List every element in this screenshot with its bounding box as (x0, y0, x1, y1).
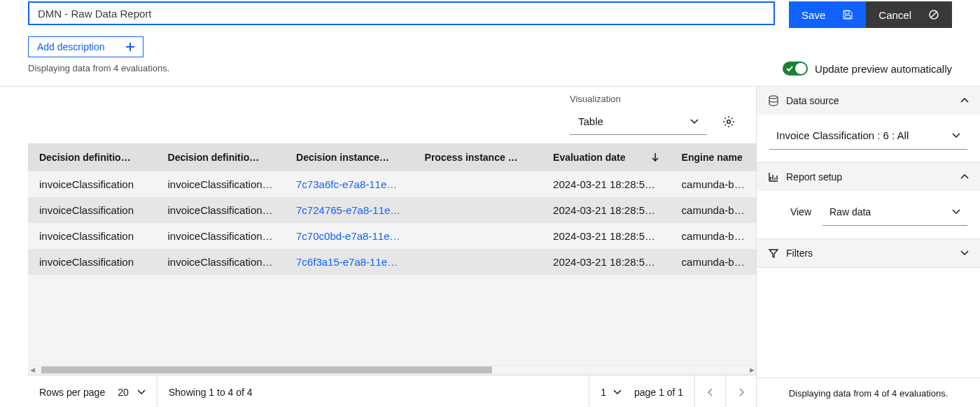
table-cell (414, 223, 542, 249)
scroll-left-icon: ◀ (29, 366, 36, 373)
table-cell (414, 249, 542, 275)
filters-title: Filters (786, 248, 813, 259)
save-button[interactable]: Save (789, 1, 866, 28)
add-description-button[interactable]: Add description (28, 36, 144, 57)
table-cell: camunda-bpm (671, 249, 756, 275)
cancel-label: Cancel (878, 9, 911, 21)
next-page-button[interactable] (725, 376, 756, 407)
visualization-value: Table (578, 115, 603, 127)
visualization-settings-button[interactable] (715, 108, 742, 135)
gear-icon (722, 115, 735, 128)
report-setup-title: Report setup (786, 171, 842, 183)
decision-instance-link[interactable]: 7c70c0bd-e7a8-11e… (285, 223, 414, 249)
table-cell: invoiceClassification (28, 223, 157, 249)
col-decision-def-id[interactable]: Decision definitio… (157, 143, 286, 171)
chevron-up-icon (960, 98, 969, 103)
col-evaluation-date[interactable]: Evaluation date (542, 143, 671, 171)
sort-desc-icon (651, 152, 659, 162)
chevron-down-icon (960, 250, 969, 256)
auto-preview-label: Update preview automatically (815, 63, 952, 75)
svg-point-3 (769, 96, 778, 99)
chevron-down-icon (952, 209, 960, 215)
table-cell (414, 171, 542, 197)
view-value: Raw data (830, 206, 871, 217)
visualization-label: Visualization (570, 94, 707, 104)
table-cell: invoiceClassification:… (157, 171, 286, 197)
table-cell: camunda-bpm (671, 171, 756, 197)
right-panel-footer: Displaying data from 4 of 4 evaluations. (757, 378, 980, 407)
table-cell: 2024-03-21 18:28:5… (542, 171, 671, 197)
raw-data-table: Decision definitio… Decision definitio… … (28, 143, 756, 275)
rows-per-page-label: Rows per page (39, 387, 105, 398)
scroll-thumb[interactable] (41, 366, 492, 373)
data-source-value: Invoice Classification : 6 : All (776, 129, 909, 141)
svg-point-2 (727, 120, 731, 124)
col-decision-def-key[interactable]: Decision definitio… (28, 143, 157, 171)
table-row: invoiceClassificationinvoiceClassificati… (28, 249, 756, 275)
database-icon (768, 95, 779, 106)
chevron-down-icon (137, 390, 146, 395)
horizontal-scrollbar[interactable]: ◀ ▶ (28, 365, 756, 375)
filter-icon (768, 248, 779, 259)
decision-instance-link[interactable]: 7c724765-e7a8-11e… (285, 197, 414, 223)
table-cell: invoiceClassification:… (157, 223, 286, 249)
col-engine-name[interactable]: Engine name (671, 143, 756, 171)
save-label: Save (802, 9, 825, 21)
cancel-button[interactable]: Cancel (866, 1, 952, 28)
table-cell: invoiceClassification (28, 171, 157, 197)
table-cell (414, 197, 542, 223)
decision-instance-link[interactable]: 7c73a6fc-e7a8-11e… (285, 171, 414, 197)
data-source-section-toggle[interactable]: Data source (757, 87, 980, 115)
caret-right-icon (738, 388, 744, 397)
report-title-input[interactable] (28, 1, 775, 25)
data-source-select[interactable]: Invoice Classification : 6 : All (769, 122, 967, 150)
table-row: invoiceClassificationinvoiceClassificati… (28, 197, 756, 223)
check-icon (785, 64, 794, 73)
table-cell: invoiceClassification (28, 249, 157, 275)
prev-page-button[interactable] (694, 376, 725, 407)
page-of-label: page 1 of 1 (634, 387, 683, 398)
data-source-title: Data source (786, 95, 839, 106)
visualization-select[interactable]: Table (570, 108, 707, 135)
table-row: invoiceClassificationinvoiceClassificati… (28, 171, 756, 197)
report-setup-section-toggle[interactable]: Report setup (757, 163, 980, 191)
showing-range: Showing 1 to 4 of 4 (169, 387, 253, 398)
rows-per-page-select[interactable]: 20 (118, 387, 146, 398)
cancel-icon (928, 9, 939, 20)
page-number-select[interactable]: 1 (601, 387, 622, 398)
auto-preview-toggle[interactable] (783, 62, 808, 76)
add-description-label: Add description (37, 41, 105, 52)
chevron-up-icon (960, 174, 969, 180)
decision-instance-link[interactable]: 7c6f3a15-e7a8-11e… (285, 249, 414, 275)
col-decision-instance[interactable]: Decision instance… (285, 143, 414, 171)
caret-left-icon (708, 388, 713, 397)
save-icon (842, 9, 853, 20)
table-row: invoiceClassificationinvoiceClassificati… (28, 223, 756, 249)
scroll-right-icon: ▶ (748, 366, 755, 373)
chart-icon (768, 171, 779, 183)
table-cell: 2024-03-21 18:28:5… (542, 223, 671, 249)
plus-icon (126, 43, 134, 51)
table-cell: camunda-bpm (671, 223, 756, 249)
table-cell: camunda-bpm (671, 197, 756, 223)
table-cell: invoiceClassification:… (157, 197, 286, 223)
chevron-down-icon (952, 133, 960, 138)
svg-line-1 (931, 12, 937, 17)
evaluation-count-info: Displaying data from 4 evaluations. (28, 63, 775, 73)
table-cell: 2024-03-21 18:28:5… (542, 249, 671, 275)
table-cell: invoiceClassification (28, 197, 157, 223)
chevron-down-icon (690, 119, 699, 124)
col-process-instance[interactable]: Process instance … (414, 143, 542, 171)
table-cell: 2024-03-21 18:28:5… (542, 197, 671, 223)
view-label: View (769, 206, 811, 217)
chevron-down-icon (613, 390, 622, 395)
filters-section-toggle[interactable]: Filters (757, 239, 980, 267)
view-select[interactable]: Raw data (822, 198, 967, 226)
table-cell: invoiceClassification:… (157, 249, 286, 275)
